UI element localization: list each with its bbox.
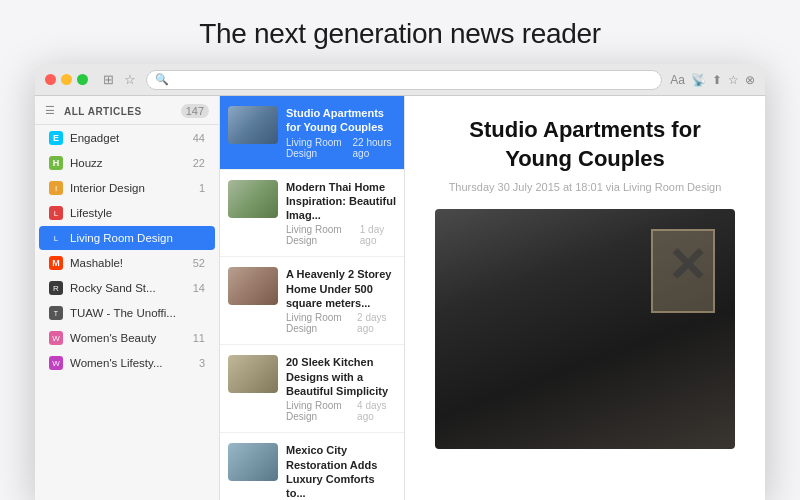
- favicon-rocky: R: [49, 281, 63, 295]
- sidebar-count-wlifestyle: 3: [199, 357, 205, 369]
- sidebar-count-engadget: 44: [193, 132, 205, 144]
- favicon-wlifestyle: W: [49, 356, 63, 370]
- article-item-mexico[interactable]: Mexico City Restoration Adds Luxury Comf…: [220, 433, 404, 500]
- sidebar-label-tuaw: TUAW - The Unoffi...: [70, 307, 205, 319]
- maximize-button[interactable]: [77, 74, 88, 85]
- sidebar-count-houzz: 22: [193, 157, 205, 169]
- sidebar-count-rocky: 14: [193, 282, 205, 294]
- article-title-mexico: Mexico City Restoration Adds Luxury Comf…: [286, 443, 396, 500]
- close-button[interactable]: [45, 74, 56, 85]
- article-time-thai: 1 day ago: [360, 224, 396, 246]
- detail-image: [435, 209, 735, 449]
- article-title-thai: Modern Thai Home Inspiration: Beautiful …: [286, 180, 396, 223]
- detail-image-inner: [435, 209, 735, 449]
- browser-window: ⊞ ☆ 🔍 Aa 📡 ⬆ ☆ ⊗ ☰ ALL ARTICLES 147 E En…: [35, 64, 765, 500]
- article-item-thai[interactable]: Modern Thai Home Inspiration: Beautiful …: [220, 170, 404, 258]
- article-source-kitchen: Living Room Design: [286, 400, 357, 422]
- sidebar-label-engadget: Engadget: [70, 132, 186, 144]
- detail-title: Studio Apartments for Young Couples: [435, 116, 735, 173]
- sidebar-label-womens: Women's Beauty: [70, 332, 186, 344]
- sidebar-count-mashable: 52: [193, 257, 205, 269]
- sidebar-label-houzz: Houzz: [70, 157, 186, 169]
- article-info-kitchen: 20 Sleek Kitchen Designs with a Beautifu…: [286, 355, 396, 422]
- favicon-houzz: H: [49, 156, 63, 170]
- favicon-lifestyle: L: [49, 206, 63, 220]
- article-thumb-storey: [228, 267, 278, 305]
- article-thumb-studio: [228, 106, 278, 144]
- article-thumb-thai: [228, 180, 278, 218]
- article-meta-kitchen: Living Room Design 4 days ago: [286, 400, 396, 422]
- toolbar-icons: ⊞ ☆: [100, 72, 138, 88]
- search-bar[interactable]: 🔍: [146, 70, 662, 90]
- grid-icon[interactable]: ⊞: [100, 72, 116, 88]
- article-title-kitchen: 20 Sleek Kitchen Designs with a Beautifu…: [286, 355, 396, 398]
- sidebar-label-livingroom: Living Room Design: [70, 232, 205, 244]
- article-list: Studio Apartments for Young Couples Livi…: [220, 96, 405, 500]
- sidebar-header: ☰ ALL ARTICLES 147: [35, 96, 219, 125]
- bookmark-icon[interactable]: ☆: [728, 73, 739, 87]
- favicon-interior: I: [49, 181, 63, 195]
- star-icon[interactable]: ☆: [122, 72, 138, 88]
- title-bar: ⊞ ☆ 🔍 Aa 📡 ⬆ ☆ ⊗: [35, 64, 765, 96]
- article-thumb-mexico: [228, 443, 278, 481]
- article-source-studio: Living Room Design: [286, 137, 353, 159]
- article-time-kitchen: 4 days ago: [357, 400, 396, 422]
- sidebar-article-count: 147: [181, 104, 209, 118]
- favicon-tuaw: T: [49, 306, 63, 320]
- sidebar-label-wlifestyle: Women's Lifesty...: [70, 357, 192, 369]
- article-detail: Studio Apartments for Young Couples Thur…: [405, 96, 765, 500]
- sidebar-grid-icon: ☰: [45, 104, 59, 118]
- sidebar-item-lifestyle[interactable]: L Lifestyle: [39, 201, 215, 225]
- sidebar-item-houzz[interactable]: H Houzz 22: [39, 151, 215, 175]
- favicon-livingroom: L: [49, 231, 63, 245]
- article-info-storey: A Heavenly 2 Storey Home Under 500 squar…: [286, 267, 396, 334]
- search-icon: 🔍: [155, 73, 169, 86]
- sidebar-label-mashable: Mashable!: [70, 257, 186, 269]
- sidebar-item-interior[interactable]: I Interior Design 1: [39, 176, 215, 200]
- page-headline: The next generation news reader: [199, 0, 601, 64]
- sidebar-label-rocky: Rocky Sand St...: [70, 282, 186, 294]
- main-content: ☰ ALL ARTICLES 147 E Engadget 44 H Houzz…: [35, 96, 765, 500]
- article-title-studio: Studio Apartments for Young Couples: [286, 106, 396, 135]
- favicon-mashable: M: [49, 256, 63, 270]
- sidebar-label-interior: Interior Design: [70, 182, 192, 194]
- sidebar-item-mashable[interactable]: M Mashable! 52: [39, 251, 215, 275]
- article-item-studio[interactable]: Studio Apartments for Young Couples Livi…: [220, 96, 404, 170]
- share-icon[interactable]: ⬆: [712, 73, 722, 87]
- article-source-thai: Living Room Design: [286, 224, 360, 246]
- minimize-button[interactable]: [61, 74, 72, 85]
- article-time-studio: 22 hours ago: [353, 137, 396, 159]
- sidebar-item-livingroom[interactable]: L Living Room Design: [39, 226, 215, 250]
- sidebar-header-label: ALL ARTICLES: [64, 106, 176, 117]
- favicon-womens: W: [49, 331, 63, 345]
- sidebar-count-womens: 11: [193, 332, 205, 344]
- sidebar: ☰ ALL ARTICLES 147 E Engadget 44 H Houzz…: [35, 96, 220, 500]
- sidebar-label-lifestyle: Lifestyle: [70, 207, 205, 219]
- article-meta-storey: Living Room Design 2 days ago: [286, 312, 396, 334]
- article-source-storey: Living Room Design: [286, 312, 357, 334]
- sidebar-item-tuaw[interactable]: T TUAW - The Unoffi...: [39, 301, 215, 325]
- article-time-storey: 2 days ago: [357, 312, 396, 334]
- article-item-storey[interactable]: A Heavenly 2 Storey Home Under 500 squar…: [220, 257, 404, 345]
- sidebar-item-engadget[interactable]: E Engadget 44: [39, 126, 215, 150]
- article-title-storey: A Heavenly 2 Storey Home Under 500 squar…: [286, 267, 396, 310]
- favicon-engadget: E: [49, 131, 63, 145]
- article-thumb-kitchen: [228, 355, 278, 393]
- article-meta-thai: Living Room Design 1 day ago: [286, 224, 396, 246]
- right-icons: Aa 📡 ⬆ ☆ ⊗: [670, 73, 755, 87]
- sidebar-item-wlifestyle[interactable]: W Women's Lifesty... 3: [39, 351, 215, 375]
- article-info-studio: Studio Apartments for Young Couples Livi…: [286, 106, 396, 159]
- detail-meta: Thursday 30 July 2015 at 18:01 via Livin…: [435, 181, 735, 193]
- article-info-thai: Modern Thai Home Inspiration: Beautiful …: [286, 180, 396, 247]
- settings-icon[interactable]: ⊗: [745, 73, 755, 87]
- rss-icon[interactable]: 📡: [691, 73, 706, 87]
- article-info-mexico: Mexico City Restoration Adds Luxury Comf…: [286, 443, 396, 500]
- sidebar-item-womens[interactable]: W Women's Beauty 11: [39, 326, 215, 350]
- traffic-lights: [45, 74, 88, 85]
- sidebar-item-rocky[interactable]: R Rocky Sand St... 14: [39, 276, 215, 300]
- article-item-kitchen[interactable]: 20 Sleek Kitchen Designs with a Beautifu…: [220, 345, 404, 433]
- article-meta-studio: Living Room Design 22 hours ago: [286, 137, 396, 159]
- text-size-icon[interactable]: Aa: [670, 73, 685, 87]
- sidebar-count-interior: 1: [199, 182, 205, 194]
